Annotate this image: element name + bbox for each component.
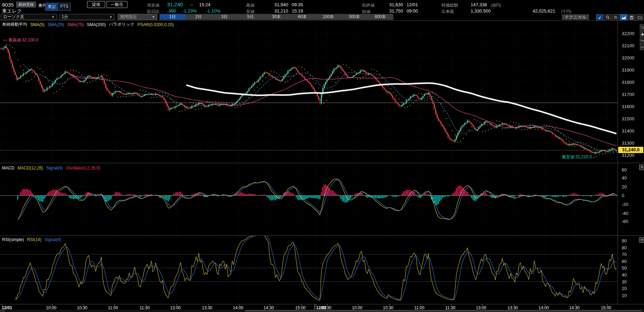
fit-chart-icon[interactable] (640, 24, 644, 30)
interval-dropdown[interactable]: 1分▼ (59, 14, 115, 20)
y-axis-label: -20 (622, 202, 641, 207)
y-axis-label: 40 (622, 175, 641, 181)
save-icon[interactable] (628, 14, 635, 21)
rsi-panel[interactable] (0, 236, 618, 304)
turnover-value: 42,025,621 (533, 8, 555, 14)
prev-close-value: 31,630 (389, 2, 403, 7)
chevron-down-icon: ▼ (52, 15, 55, 19)
high-annotation: 最高値:32,100.0 (3, 37, 38, 43)
redo-icon[interactable] (640, 44, 644, 50)
tab-1day[interactable]: 1日 (159, 14, 186, 20)
change-percent: -1.23% (182, 8, 197, 14)
y-axis-label: -40 (622, 211, 641, 216)
y-axis-label: 60 (622, 259, 641, 264)
day-separator (315, 304, 315, 310)
macd-panel[interactable] (0, 163, 618, 235)
horizontal-scrollbar[interactable] (0, 310, 644, 312)
margin-button[interactable]: 貸借 (87, 1, 105, 8)
magnifier-icon[interactable] (604, 14, 611, 21)
y-axis-label: 40 (622, 272, 641, 278)
legend-sma25: SMA(25) (48, 22, 64, 27)
current-price-axis-box: 31,240.0 (618, 147, 643, 153)
main-chart-legend: 単純移動平均 SMA(5) SMA(25) SMA(75) SMA(200) パ… (2, 22, 174, 27)
register-stock-button[interactable]: 銘柄登録 (16, 1, 36, 8)
lock-icon[interactable] (640, 31, 644, 37)
volume-label: 出来高 (441, 9, 454, 15)
y-axis-label: 32000 (622, 55, 641, 61)
y-axis-label: 30 (622, 279, 641, 285)
prev-close-date: 12/01 (407, 2, 418, 7)
y-axis-label: 32200 (622, 31, 641, 36)
tab-5day[interactable]: 5日 (237, 14, 264, 20)
legend-macd-title: MACD (2, 166, 14, 170)
tab-tosho[interactable]: 東証 (46, 3, 58, 10)
y-axis-label: 60 (622, 167, 641, 173)
tab-pts[interactable]: PTS (58, 3, 70, 10)
tab-30bars[interactable]: 30本 (264, 14, 290, 20)
current-price-label: 現在値 (147, 2, 159, 8)
rsi-close-button[interactable]: × (639, 237, 644, 243)
tab-60bars[interactable]: 60本 (289, 14, 315, 20)
time-axis: 12/0110:0010:3011:0011:3013:0013:3014:00… (0, 304, 644, 310)
y-axis-label: 32100 (622, 43, 641, 48)
change-percent-2: -1.10% (206, 8, 220, 14)
undo-icon[interactable] (640, 38, 644, 43)
volume-value: 1,330,500 (471, 8, 491, 14)
out-icon[interactable]: 出 (612, 14, 619, 21)
tab-100bars[interactable]: 100本 (315, 14, 341, 20)
y-axis-label: 31300 (622, 141, 641, 146)
current-price-value: 31,240 (167, 1, 183, 7)
period-dropdown[interactable]: 期間指定▼ (118, 14, 157, 20)
folder-icon[interactable] (636, 14, 643, 21)
legend-rsi-title: RSI(simple) (2, 237, 24, 242)
period-value: 期間指定 (120, 14, 137, 20)
legend-sma75: SMA(75) (67, 22, 84, 27)
scrollbar-corner (0, 310, 5, 312)
scrollbar-handle[interactable] (245, 310, 642, 312)
out-icon-text: 出 (614, 15, 618, 20)
current-price-time: 15:24 (199, 2, 211, 7)
y-axis-label: 50 (622, 265, 641, 271)
low-annotation: 最安値:31,210.0 (562, 154, 597, 160)
tab-3day[interactable]: 3日 (211, 14, 237, 20)
legend-sma5: SMA(5) (30, 22, 45, 27)
trading-app-window: 8035 銘柄登録 東P 東証 PTS 貸借 一般売 現在値 31,240 → … (0, 0, 644, 312)
general-sell-button[interactable]: 一般売 (107, 1, 127, 8)
technical-button[interactable]: テクニカル (562, 14, 589, 20)
y-axis-label: 20 (622, 184, 641, 190)
tab-300bars[interactable]: 300本 (341, 14, 368, 20)
main-chart-panel[interactable] (0, 21, 618, 163)
macd-legend: MACD MACD(12,26) Signal(9) Oscillator(12… (2, 166, 100, 170)
legend-macd-signal: Signal(9) (46, 166, 63, 170)
y-axis-label: 70 (622, 252, 641, 257)
legend-sma200: SMA(200) (87, 22, 105, 27)
area-chart-icon[interactable] (620, 14, 627, 21)
chart-type-dropdown[interactable]: ローソク足▼ (1, 14, 57, 20)
chart-type-value: ローソク足 (3, 14, 24, 20)
legend-parabolic: パラボリック (109, 22, 134, 27)
y-axis-label: 20 (622, 286, 641, 291)
macd-close-button[interactable]: × (639, 165, 644, 170)
low-time: 15:19 (292, 8, 303, 14)
market-cap-unit: (億円) (491, 3, 501, 8)
legend-rsi-signal: Signal(9) (45, 237, 61, 242)
turnover-unit: (千円) (561, 9, 571, 14)
high-time: 09:35 (292, 2, 303, 7)
y-axis-label: 31700 (622, 92, 641, 97)
high-label: 高値 (246, 2, 254, 8)
stock-name: 東エレク (2, 8, 22, 14)
pencil-icon[interactable] (596, 14, 603, 21)
legend-macd-line: MACD(12,26) (17, 166, 43, 170)
price-axis-divider (618, 20, 618, 304)
tab-600bars[interactable]: 600本 (367, 14, 393, 20)
price-direction-arrow: → (189, 1, 194, 7)
market-cap-value: 147,338 (471, 2, 487, 7)
tab-2day[interactable]: 2日 (186, 14, 212, 20)
annotation-line (3, 40, 8, 40)
legend-psar: PSAR(0.0200,0.20) (138, 22, 174, 27)
interval-value: 1分 (62, 14, 68, 20)
range-tab-strip: 1日 2日 3日 5日 30本 60本 100本 300本 600本 (159, 14, 393, 20)
open-time: 09:00 (407, 8, 418, 14)
y-axis-label: 31600 (622, 104, 641, 109)
high-value: 31,940 (274, 2, 288, 7)
